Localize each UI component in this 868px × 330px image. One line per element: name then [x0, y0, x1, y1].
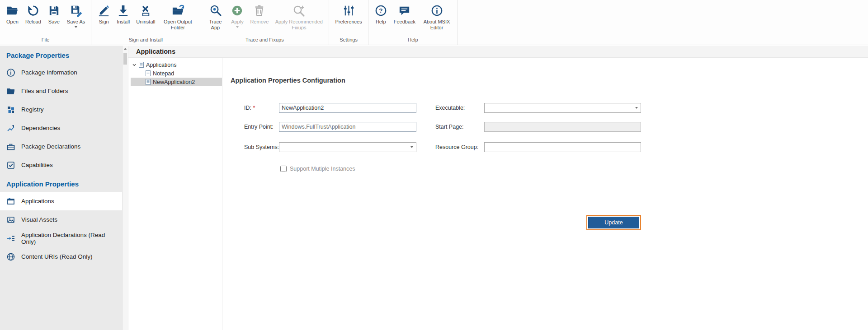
sidebar-item-label: Dependencies: [21, 125, 60, 131]
executable-combobox[interactable]: [484, 103, 641, 113]
sidebar-scrollbar[interactable]: [122, 46, 128, 330]
save-icon: [47, 3, 61, 18]
ribbon-group-label: Settings: [332, 36, 365, 45]
support-multiple-instances-checkbox[interactable]: [280, 166, 287, 172]
apply-plus-icon: [231, 3, 244, 18]
tree-item-notepad[interactable]: Notepad: [128, 69, 222, 78]
ribbon-button-label: Open: [6, 19, 19, 25]
required-asterisk: *: [253, 105, 255, 111]
trace-app-magnifier-icon: [209, 3, 222, 18]
save-as-icon: [70, 3, 83, 18]
sign-pencil-icon: [97, 3, 110, 18]
scrollbar-up-arrow-icon[interactable]: [123, 46, 128, 52]
ribbon-group-sign-and-install: Sign Install Uninstall Open Output Folde…: [91, 0, 200, 45]
ribbon-button-label: Preferences: [335, 19, 362, 25]
sidebar-item-capabilities[interactable]: Capabilities: [0, 156, 122, 174]
chevron-down-icon[interactable]: [132, 63, 137, 67]
document-icon: [146, 79, 151, 85]
ribbon-button-preferences[interactable]: Preferences: [332, 2, 365, 26]
open-folder-icon: [6, 3, 19, 18]
entry-point-input[interactable]: [279, 122, 416, 132]
folder-icon: [6, 87, 15, 96]
install-arrow-icon: [117, 3, 130, 18]
sidebar-item-label: Package Declarations: [21, 143, 80, 150]
sidebar-section-package-properties: Package Properties: [0, 46, 122, 63]
ribbon-group-help: ? Help Feedback About MSIX Editor Help: [368, 0, 458, 45]
sidebar-item-label: Package Information: [21, 69, 77, 76]
sidebar-item-dependencies[interactable]: Dependencies: [0, 119, 122, 137]
update-button[interactable]: Update: [588, 217, 639, 228]
sidebar-item-label: Content URIs (Read Only): [21, 253, 93, 260]
sidebar-item-registry[interactable]: Registry: [0, 100, 122, 119]
resource-group-input[interactable]: [484, 142, 641, 152]
ribbon-button-label: Open Output Folder: [161, 19, 194, 31]
main-area: Applications Applications Notepad: [128, 46, 868, 330]
ribbon-button-about-msix-editor[interactable]: About MSIX Editor: [419, 2, 455, 32]
remove-trash-icon: [253, 3, 266, 18]
feedback-bubble-icon: [398, 3, 411, 18]
ribbon-button-apply-recommended-fixups[interactable]: Apply Recommended Fixups: [272, 2, 326, 32]
document-icon: [139, 62, 144, 68]
tree-item-label: Notepad: [153, 70, 174, 77]
sidebar-item-label: Application Declarations (Read Only): [21, 232, 116, 245]
sidebar: Package Properties Package Information F…: [0, 46, 122, 330]
ribbon-group-trace-and-fixups: Trace App Apply Remove Apply Recommend: [200, 0, 329, 45]
ribbon-group-settings: Preferences Settings: [329, 0, 368, 45]
id-input[interactable]: [279, 103, 416, 113]
tree-item-applications[interactable]: Applications: [128, 60, 222, 69]
sidebar-item-package-information[interactable]: Package Information: [0, 63, 122, 82]
help-question-icon: ?: [374, 3, 387, 18]
sidebar-item-package-declarations[interactable]: Package Declarations: [0, 137, 122, 156]
tree-item-label: Applications: [146, 62, 176, 68]
sidebar-item-visual-assets[interactable]: Visual Assets: [0, 210, 122, 229]
ribbon-group-label: Trace and Fixups: [203, 36, 326, 45]
ribbon-button-label: Help: [376, 19, 386, 25]
ribbon-button-label: Trace App: [206, 19, 224, 31]
ribbon-button-uninstall[interactable]: Uninstall: [133, 2, 158, 26]
sidebar-item-files-and-folders[interactable]: Files and Folders: [0, 82, 122, 100]
ribbon-button-save-as[interactable]: Save As: [64, 2, 88, 29]
chevron-down-icon[interactable]: [408, 146, 416, 148]
sidebar-item-application-declarations[interactable]: Application Declarations (Read Only): [0, 229, 122, 247]
ribbon-button-label: Apply: [231, 19, 244, 25]
about-info-icon: [430, 3, 443, 18]
ribbon-button-reload[interactable]: Reload: [22, 2, 44, 26]
ribbon-button-open[interactable]: Open: [3, 2, 22, 26]
ribbon-button-apply[interactable]: Apply: [227, 2, 247, 29]
ribbon-button-save[interactable]: Save: [44, 2, 64, 26]
sidebar-item-label: Visual Assets: [21, 216, 57, 223]
ribbon-button-label: About MSIX Editor: [422, 19, 452, 31]
ribbon-button-label: Reload: [25, 19, 41, 25]
ribbon-button-install[interactable]: Install: [113, 2, 133, 26]
ribbon-button-remove[interactable]: Remove: [247, 2, 272, 26]
package-information-icon: [6, 68, 15, 77]
tree-item-newapplication2[interactable]: NewApplication2: [131, 78, 222, 86]
sidebar-item-label: Applications: [21, 198, 54, 205]
sidebar-item-content-uris[interactable]: Content URIs (Read Only): [0, 247, 122, 266]
scrollbar-thumb[interactable]: [123, 53, 127, 65]
start-page-label: Start Page:: [435, 122, 464, 132]
resource-group-label: Resource Group:: [435, 142, 478, 152]
svg-text:?: ?: [379, 7, 382, 14]
ribbon-button-open-output-folder[interactable]: Open Output Folder: [158, 2, 197, 32]
chevron-down-icon[interactable]: [632, 107, 641, 109]
ribbon-button-feedback[interactable]: Feedback: [391, 2, 419, 26]
page-title: Applications: [128, 46, 868, 58]
ribbon: Open Reload Save Save As: [0, 0, 868, 45]
update-button-focus-outline: Update: [586, 215, 641, 230]
reload-icon: [27, 3, 40, 18]
sidebar-item-applications[interactable]: Applications: [0, 192, 122, 210]
ribbon-button-label: Install: [117, 19, 130, 25]
ribbon-button-help[interactable]: ? Help: [371, 2, 391, 26]
sidebar-section-application-properties: Application Properties: [0, 174, 122, 192]
ribbon-group-label: File: [3, 36, 88, 45]
ribbon-button-label: Uninstall: [136, 19, 155, 25]
checkbox-check-icon: [6, 161, 15, 170]
ribbon-button-label: Remove: [250, 19, 269, 25]
sub-systems-combobox[interactable]: [279, 142, 416, 152]
ribbon-button-label: Save: [48, 19, 60, 25]
ribbon-group-label: Help: [371, 36, 455, 45]
ribbon-button-sign[interactable]: Sign: [94, 2, 113, 26]
ribbon-button-trace-app[interactable]: Trace App: [203, 2, 227, 32]
form-heading: Application Properties Configuration: [231, 77, 345, 84]
